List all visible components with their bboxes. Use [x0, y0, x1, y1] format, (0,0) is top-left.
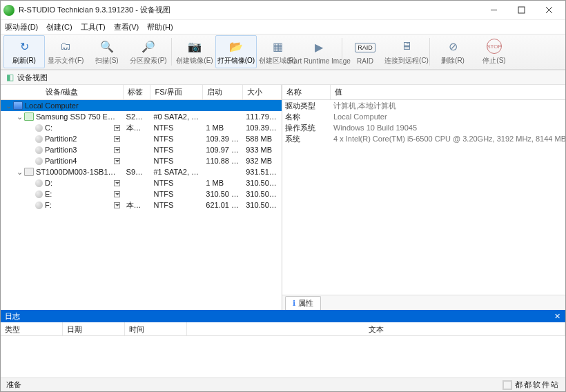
log-column-header[interactable]: 时间	[125, 322, 187, 335]
device-name: D:	[45, 179, 52, 187]
toolbar-button[interactable]: 📂打开镜像(O)	[215, 35, 257, 68]
log-title: 日志	[5, 311, 20, 322]
minimize-button[interactable]	[480, 1, 507, 19]
dropdown-icon[interactable]	[114, 158, 120, 164]
dropdown-icon[interactable]	[114, 147, 120, 153]
properties-panel: 名称值 驱动类型计算机,本地计算机名称Local Computer操作系统Win…	[282, 85, 566, 310]
property-row[interactable]: 名称Local Computer	[282, 111, 566, 122]
toolbar-label: 分区搜索(P)	[130, 56, 166, 66]
property-row[interactable]: 操作系统Windows 10 Build 19045	[282, 122, 566, 133]
device-name: Partition3	[45, 146, 77, 154]
window-title: R-STUDIO Technician 9.3.191230 - 设备视图	[19, 5, 480, 15]
property-key: 名称	[282, 112, 331, 122]
menu-item[interactable]: 驱动器(D)	[5, 22, 38, 32]
device-row[interactable]: C:本地磁盘NTFS1 MB109.39 GB	[1, 122, 282, 133]
device-name: ST1000DM003-1SB10C C...	[36, 168, 124, 176]
menu-item[interactable]: 查看(V)	[114, 22, 139, 32]
toolbar-button[interactable]: ⊘删除(R)	[432, 35, 474, 68]
device-name: Samsung SSD 750 EVO 1...	[36, 112, 124, 121]
dropdown-icon[interactable]	[114, 125, 120, 131]
menu-item[interactable]: 帮助(H)	[147, 22, 173, 32]
toolbar-label: 显示文件(F)	[48, 56, 84, 66]
device-row[interactable]: ⌄Samsung SSD 750 EVO 1...S2S6NWAH35...#0…	[1, 111, 282, 122]
vol-icon	[35, 190, 43, 198]
toolbar-icon: ▶	[311, 39, 327, 56]
toolbar-icon: 📷	[186, 38, 203, 55]
toolbar-label: 打开镜像(O)	[217, 56, 255, 66]
close-button[interactable]	[535, 1, 563, 19]
column-header[interactable]: 标签	[124, 85, 151, 99]
toolbar-button[interactable]: ↻刷新(R)	[3, 35, 45, 68]
log-column-header[interactable]: 类型	[1, 322, 63, 335]
log-column-header[interactable]: 文本	[187, 322, 565, 335]
device-row[interactable]: D:NTFS1 MB310.50 GB	[1, 177, 282, 188]
column-header[interactable]: FS/界面	[150, 85, 203, 99]
property-row[interactable]: 驱动类型计算机,本地计算机	[282, 100, 566, 111]
device-row[interactable]: F:本地磁盘NTFS621.01 GB310.50 GB	[1, 199, 282, 210]
pane-title: 设备视图	[17, 72, 48, 83]
toolbar-button[interactable]: 🔎分区搜索(P)	[128, 35, 169, 68]
hdd-icon	[24, 168, 34, 176]
log-close-icon[interactable]: ✕	[553, 312, 561, 320]
log-columns: 类型日期时间文本	[1, 322, 565, 336]
vol-icon	[35, 157, 43, 165]
toolbar-button[interactable]: STOP停止(S)	[474, 35, 515, 68]
expand-icon[interactable]: ⌄	[16, 112, 23, 121]
dropdown-icon[interactable]	[114, 202, 120, 208]
toolbar-button[interactable]: RAIDRAID	[344, 35, 386, 68]
expand-icon[interactable]: ⌄	[5, 101, 12, 110]
toolbar-button[interactable]: 🔍扫描(S)	[86, 35, 128, 68]
toolbar-label: 创建镜像(E)	[176, 56, 213, 66]
property-row[interactable]: 系统4 x Intel(R) Core(TM) i5-6500 CPU @ 3.…	[282, 133, 566, 144]
tab-properties-label: 属性	[298, 298, 313, 308]
toolbar-label: 停止(S)	[482, 56, 505, 66]
device-row[interactable]: ⌄Local Computer	[1, 100, 282, 111]
dropdown-icon[interactable]	[114, 136, 120, 142]
column-header[interactable]: 启动	[203, 85, 243, 99]
toolbar-button[interactable]: 🗂显示文件(F)	[45, 35, 86, 68]
toolbar-icon: STOP	[486, 38, 502, 55]
toolbar-icon: ⊘	[445, 38, 461, 55]
device-name: F:	[45, 201, 52, 209]
ssd-icon	[24, 112, 34, 121]
menu-item[interactable]: 工具(T)	[81, 22, 106, 32]
toolbar-icon: 🗂	[57, 38, 74, 55]
column-header[interactable]: 名称	[282, 85, 331, 99]
status-text: 准备	[6, 380, 21, 390]
column-header[interactable]: 值	[331, 85, 566, 99]
menu-item[interactable]: 创建(C)	[46, 22, 72, 32]
device-name: C:	[45, 124, 52, 132]
watermark: 都都软件站	[502, 380, 560, 390]
column-header[interactable]: 大小	[243, 85, 282, 99]
expand-icon[interactable]: ⌄	[16, 168, 23, 177]
device-name: Partition2	[45, 135, 77, 143]
device-name: Partition4	[45, 157, 77, 165]
dropdown-icon[interactable]	[114, 191, 120, 197]
device-tree-panel: 设备/磁盘标签FS/界面启动大小 ⌄Local Computer⌄Samsung…	[1, 85, 282, 310]
device-row[interactable]: E:NTFS310.50 GB310.50 GB	[1, 188, 282, 199]
property-list: 驱动类型计算机,本地计算机名称Local Computer操作系统Windows…	[282, 100, 566, 295]
menubar: 驱动器(D)创建(C)工具(T)查看(V)帮助(H)	[1, 20, 565, 34]
toolbar-icon: 🔎	[140, 38, 157, 55]
toolbar-button[interactable]: 🖥连接到远程(C)	[386, 35, 427, 68]
column-header[interactable]: 设备/磁盘	[1, 85, 124, 99]
toolbar-label: 扫描(S)	[95, 56, 118, 66]
toolbar-button[interactable]: 📷创建镜像(E)	[174, 35, 215, 68]
property-value: Local Computer	[331, 112, 566, 121]
property-value: 计算机,本地计算机	[331, 101, 566, 111]
device-row[interactable]: Partition4NTFS110.88 GB932 MB	[1, 155, 282, 166]
dropdown-icon[interactable]	[114, 180, 120, 186]
property-value: Windows 10 Build 19045	[331, 124, 566, 132]
tab-properties[interactable]: ℹ 属性	[285, 296, 321, 310]
svg-rect-0	[518, 7, 525, 13]
toolbar-icon: ↻	[16, 38, 32, 55]
device-row[interactable]: ⌄ST1000DM003-1SB10C C...S9A0NESD#1 SATA2…	[1, 166, 282, 177]
maximize-button[interactable]	[507, 1, 535, 19]
log-column-header[interactable]: 日期	[63, 322, 125, 335]
property-key: 驱动类型	[282, 101, 331, 111]
device-name: Local Computer	[25, 101, 79, 110]
device-row[interactable]: Partition3NTFS109.97 GB933 MB	[1, 144, 282, 155]
device-row[interactable]: Partition2NTFS109.39 GB588 MB	[1, 133, 282, 144]
toolbar-button[interactable]: ▶Start Runtime Image	[298, 35, 340, 68]
toolbar-label: 刷新(R)	[12, 56, 36, 66]
